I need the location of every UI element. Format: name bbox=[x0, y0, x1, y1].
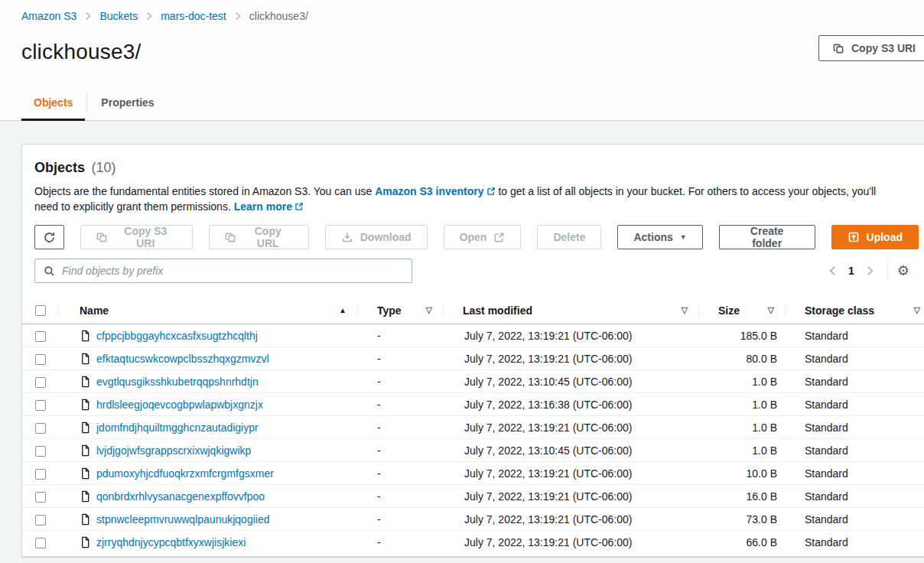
object-storage-class: Standard bbox=[785, 330, 924, 342]
objects-panel: Objects (10) Objects are the fundamental… bbox=[21, 144, 924, 557]
copy-s3-uri-button[interactable]: Copy S3 URI bbox=[80, 225, 193, 249]
column-header-name[interactable]: Name ▲ bbox=[58, 297, 357, 324]
sort-ascending-icon[interactable]: ▲ bbox=[339, 306, 346, 314]
current-page-number[interactable]: 1 bbox=[848, 265, 854, 277]
row-checkbox[interactable] bbox=[35, 354, 46, 365]
file-icon bbox=[80, 353, 91, 365]
copy-icon bbox=[833, 43, 844, 54]
object-name-link[interactable]: evgtlqusgiksshkubetrqqpshnrhdtjn bbox=[96, 376, 259, 388]
breadcrumb-link-bucket[interactable]: mars-doc-test bbox=[161, 10, 226, 22]
object-name-link[interactable]: pdumoxyhjcdfuoqkrzxmfcrgmfgsxmer bbox=[96, 467, 274, 480]
object-storage-class: Standard bbox=[785, 444, 924, 457]
delete-button[interactable]: Delete bbox=[537, 225, 601, 249]
object-type: - bbox=[357, 353, 443, 365]
object-last-modified: July 7, 2022, 13:10:45 (UTC-06:00) bbox=[443, 376, 698, 388]
search-row: 1 ⚙ bbox=[34, 259, 919, 283]
object-last-modified: July 7, 2022, 13:19:21 (UTC-06:00) bbox=[443, 536, 698, 548]
description-text: Objects are the fundamental entities sto… bbox=[34, 185, 372, 197]
panel-title: Objects bbox=[34, 160, 85, 175]
column-header-storage-class[interactable]: Storage class ▽ bbox=[785, 297, 924, 324]
search-icon bbox=[44, 265, 55, 277]
search-input[interactable] bbox=[62, 265, 403, 277]
table-body: cfppcjbbggayhcxcasfxsugtzhcqlthj - July … bbox=[22, 324, 924, 554]
file-icon bbox=[80, 330, 91, 342]
download-button[interactable]: Download bbox=[325, 225, 428, 249]
external-link-icon bbox=[486, 187, 496, 196]
open-button[interactable]: Open bbox=[444, 225, 522, 249]
object-name-link[interactable]: cfppcjbbggayhcxcasfxsugtzhcqlthj bbox=[96, 330, 258, 342]
object-name-link[interactable]: hrdlsleegjoqevcogbpwlapwbjxgnzjx bbox=[96, 399, 263, 411]
file-icon bbox=[80, 399, 91, 411]
file-icon bbox=[80, 490, 91, 503]
object-size: 1.0 B bbox=[698, 399, 785, 411]
row-checkbox[interactable] bbox=[35, 377, 46, 388]
object-name-link[interactable]: qonbrdxrhlvysanacgenexpffovvfpoo bbox=[96, 490, 265, 503]
table-header-row: Name ▲ Type ▽ Last modified ▽ Size ▽ Sto… bbox=[22, 297, 924, 324]
row-checkbox[interactable] bbox=[35, 400, 46, 411]
amazon-s3-inventory-link[interactable]: Amazon S3 inventory bbox=[375, 185, 495, 197]
file-icon bbox=[80, 444, 91, 457]
file-icon bbox=[80, 536, 91, 548]
preferences-gear-button[interactable]: ⚙ bbox=[897, 264, 909, 278]
objects-toolbar: Copy S3 URI Copy URL Download Open Delet… bbox=[34, 225, 919, 249]
object-last-modified: July 7, 2022, 13:19:21 (UTC-06:00) bbox=[443, 490, 698, 503]
breadcrumb-link-buckets[interactable]: Buckets bbox=[99, 10, 138, 22]
next-page-button[interactable] bbox=[862, 265, 878, 276]
object-count: (10) bbox=[91, 160, 116, 175]
row-checkbox[interactable] bbox=[35, 423, 46, 434]
object-size: 1.0 B bbox=[698, 421, 785, 434]
column-header-last-modified[interactable]: Last modified ▽ bbox=[443, 297, 698, 324]
pagination-divider bbox=[887, 261, 888, 281]
sortable-icon[interactable]: ▽ bbox=[426, 305, 432, 315]
row-checkbox[interactable] bbox=[35, 492, 46, 503]
object-type: - bbox=[357, 421, 443, 434]
chevron-right-icon bbox=[235, 11, 241, 21]
column-header-size[interactable]: Size ▽ bbox=[698, 297, 785, 324]
copy-url-button[interactable]: Copy URL bbox=[209, 225, 309, 249]
table-row: evgtlqusgiksshkubetrqqpshnrhdtjn - July … bbox=[22, 370, 924, 393]
refresh-button[interactable] bbox=[34, 225, 64, 249]
actions-dropdown-button[interactable]: Actions ▼ bbox=[617, 225, 702, 249]
object-type: - bbox=[357, 513, 443, 526]
create-folder-button[interactable]: Create folder bbox=[719, 225, 815, 249]
tab-properties[interactable]: Properties bbox=[89, 86, 166, 121]
download-icon bbox=[341, 231, 353, 243]
object-last-modified: July 7, 2022, 13:19:21 (UTC-06:00) bbox=[443, 421, 698, 434]
sortable-icon[interactable]: ▽ bbox=[914, 305, 920, 315]
search-box[interactable] bbox=[34, 259, 412, 283]
tab-bar: Objects Properties bbox=[21, 86, 167, 121]
object-size: 80.0 B bbox=[698, 353, 785, 365]
column-header-type[interactable]: Type ▽ bbox=[357, 297, 443, 324]
copy-s3-uri-header-button[interactable]: Copy S3 URI bbox=[818, 35, 924, 61]
table-row: efktaqtucswkcowpclbsszhqxgzmvzvl - July … bbox=[22, 347, 924, 370]
object-size: 1.0 B bbox=[698, 376, 785, 388]
previous-page-button[interactable] bbox=[825, 265, 841, 276]
object-name-link[interactable]: efktaqtucswkcowpclbsszhqxgzmvzvl bbox=[96, 353, 269, 365]
caret-down-icon: ▼ bbox=[680, 234, 687, 241]
row-checkbox[interactable] bbox=[35, 538, 46, 548]
tab-divider bbox=[86, 94, 87, 111]
object-last-modified: July 7, 2022, 13:19:21 (UTC-06:00) bbox=[443, 467, 698, 480]
object-type: - bbox=[357, 467, 443, 480]
object-size: 73.0 B bbox=[698, 513, 785, 526]
breadcrumb-link-amazon-s3[interactable]: Amazon S3 bbox=[21, 10, 76, 22]
object-type: - bbox=[357, 399, 443, 411]
object-name-link[interactable]: zjrryqhdnjycypcqbtfxyxwjisjkiexi bbox=[96, 536, 246, 548]
object-type: - bbox=[357, 536, 443, 548]
object-name-link[interactable]: jdomfndjhquiltmgghcnzautadigiypr bbox=[96, 421, 259, 434]
tab-objects[interactable]: Objects bbox=[21, 86, 85, 121]
row-checkbox[interactable] bbox=[35, 469, 46, 480]
object-type: - bbox=[357, 444, 443, 457]
learn-more-link[interactable]: Learn more bbox=[234, 200, 304, 213]
object-name-link[interactable]: stpnwcleepmvruwwqlpaunukjqogiied bbox=[96, 513, 269, 526]
row-checkbox[interactable] bbox=[35, 515, 46, 526]
table-row: qonbrdxrhlvysanacgenexpffovvfpoo - July … bbox=[22, 485, 924, 508]
select-all-checkbox[interactable] bbox=[35, 305, 46, 316]
sortable-icon[interactable]: ▽ bbox=[682, 305, 688, 315]
sortable-icon[interactable]: ▽ bbox=[768, 305, 774, 315]
row-checkbox[interactable] bbox=[35, 446, 46, 457]
object-name-link[interactable]: lvjdjgojwfsgrappscrxixwjqkigwikp bbox=[96, 444, 251, 457]
page-header: Amazon S3 Buckets mars-doc-test clickhou… bbox=[0, 0, 924, 121]
upload-button[interactable]: Upload bbox=[831, 225, 919, 249]
row-checkbox[interactable] bbox=[35, 331, 46, 342]
